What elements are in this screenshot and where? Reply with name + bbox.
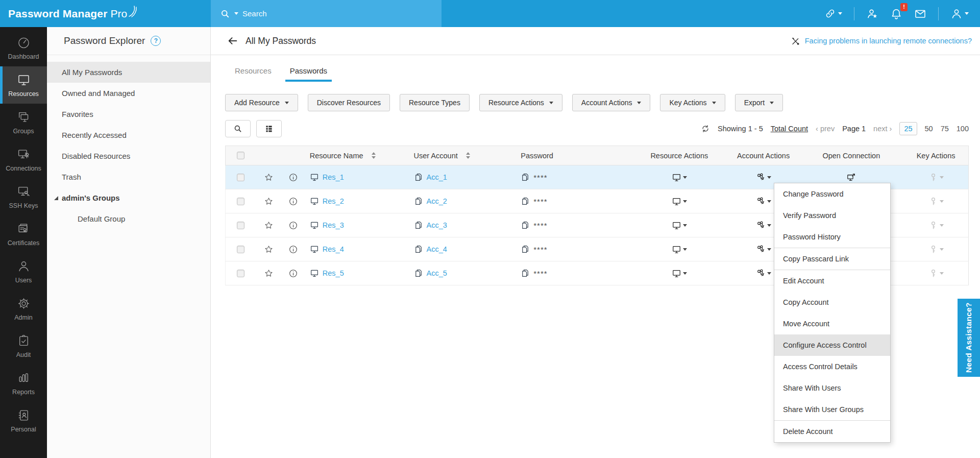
add-resource-button[interactable]: Add Resource: [225, 94, 298, 111]
info-icon[interactable]: [288, 221, 298, 230]
favorite-star-icon[interactable]: [264, 245, 274, 254]
row-checkbox[interactable]: [237, 198, 244, 205]
sidebar-item-resources[interactable]: Resources: [0, 66, 47, 104]
menu-item-edit-account[interactable]: Edit Account: [774, 270, 890, 292]
menu-item-access-control-details[interactable]: Access Control Details: [774, 356, 890, 377]
sidebar-item-certificates[interactable]: Certificates: [0, 215, 47, 253]
search-input[interactable]: [242, 9, 411, 18]
favorite-star-icon[interactable]: [264, 197, 274, 206]
need-assistance-tab[interactable]: Need Assistance?: [958, 299, 980, 377]
copy-icon[interactable]: [521, 197, 530, 206]
search-scope-caret-icon[interactable]: [234, 12, 238, 15]
resource-actions-dropdown[interactable]: [672, 197, 687, 206]
copy-icon[interactable]: [414, 245, 423, 254]
remote-connection-help-link[interactable]: Facing problems in launching remote conn…: [791, 36, 972, 46]
key-actions-dropdown[interactable]: [928, 221, 944, 230]
resource-actions-dropdown[interactable]: [672, 245, 687, 254]
explorer-item-all-my-passwords[interactable]: All My Passwords: [47, 62, 210, 83]
resource-actions-dropdown[interactable]: [672, 269, 687, 278]
profile-icon[interactable]: [950, 8, 969, 20]
copy-icon[interactable]: [521, 245, 530, 254]
total-count-link[interactable]: Total Count: [771, 125, 808, 133]
key-actions-button[interactable]: Key Actions: [660, 94, 725, 111]
sidebar-item-dashboard[interactable]: Dashboard: [0, 29, 47, 66]
select-all-checkbox[interactable]: [237, 152, 244, 159]
connection-link-icon[interactable]: [824, 8, 842, 19]
favorite-star-icon[interactable]: [264, 269, 274, 278]
menu-item-share-with-user-groups[interactable]: Share With User Groups: [774, 399, 890, 420]
list-view-button[interactable]: [256, 120, 282, 137]
table-search-button[interactable]: [225, 120, 251, 137]
page-size-25[interactable]: 25: [899, 122, 917, 135]
explorer-item-recently-accessed[interactable]: Recently Accessed: [47, 125, 210, 146]
info-icon[interactable]: [288, 173, 298, 182]
copy-icon[interactable]: [414, 173, 423, 182]
account-link[interactable]: Acc_1: [427, 173, 447, 181]
menu-item-share-with-users[interactable]: Share With Users: [774, 377, 890, 399]
key-actions-dropdown[interactable]: [928, 245, 944, 254]
menu-item-password-history[interactable]: Password History: [774, 226, 890, 248]
tab-passwords[interactable]: Passwords: [290, 66, 327, 82]
column-header-resource-name[interactable]: Resource Name: [305, 146, 407, 165]
account-link[interactable]: Acc_5: [427, 269, 447, 277]
menu-item-move-account[interactable]: Move Account: [774, 313, 890, 334]
account-actions-button[interactable]: Account Actions: [572, 94, 651, 111]
page-size-50[interactable]: 50: [925, 125, 933, 133]
next-page-button[interactable]: next ›: [873, 125, 892, 133]
account-actions-dropdown[interactable]: [756, 173, 771, 182]
sidebar-item-ssh-keys[interactable]: SSH Keys: [0, 178, 47, 215]
sidebar-item-users[interactable]: Users: [0, 253, 47, 290]
resource-link[interactable]: Res_1: [323, 173, 344, 181]
row-checkbox[interactable]: [237, 246, 244, 253]
copy-icon[interactable]: [414, 221, 423, 230]
open-connection-icon[interactable]: [846, 173, 856, 182]
resource-types-button[interactable]: Resource Types: [400, 94, 470, 111]
row-checkbox[interactable]: [237, 222, 244, 229]
explorer-item-favorites[interactable]: Favorites: [47, 104, 210, 125]
copy-icon[interactable]: [414, 197, 423, 206]
sidebar-item-reports[interactable]: Reports: [0, 365, 47, 402]
sidebar-item-personal[interactable]: Personal: [0, 402, 47, 439]
refresh-icon[interactable]: [701, 124, 710, 133]
account-actions-dropdown[interactable]: [756, 245, 771, 254]
key-actions-dropdown[interactable]: [928, 173, 944, 182]
copy-icon[interactable]: [414, 269, 423, 278]
info-icon[interactable]: [288, 245, 298, 254]
copy-icon[interactable]: [521, 221, 530, 230]
info-icon[interactable]: [288, 269, 298, 278]
account-link[interactable]: Acc_4: [427, 245, 447, 253]
user-star-icon[interactable]: [866, 8, 878, 20]
mail-icon[interactable]: [914, 8, 926, 20]
explorer-item-trash[interactable]: Trash: [47, 166, 210, 187]
menu-item-change-password[interactable]: Change Password: [774, 183, 890, 205]
resource-link[interactable]: Res_4: [323, 245, 344, 253]
help-icon[interactable]: ?: [151, 36, 161, 46]
info-icon[interactable]: [288, 197, 298, 206]
resource-actions-button[interactable]: Resource Actions: [479, 94, 562, 111]
copy-icon[interactable]: [521, 173, 530, 182]
resource-actions-dropdown[interactable]: [672, 221, 687, 230]
export-button[interactable]: Export: [735, 94, 783, 111]
key-actions-dropdown[interactable]: [928, 197, 944, 206]
account-link[interactable]: Acc_3: [427, 221, 447, 229]
key-actions-dropdown[interactable]: [928, 269, 944, 278]
sidebar-item-admin[interactable]: Admin: [0, 290, 47, 327]
page-size-100[interactable]: 100: [957, 125, 969, 133]
sidebar-item-groups[interactable]: Groups: [0, 104, 47, 141]
resource-actions-dropdown[interactable]: [672, 173, 687, 182]
column-header-user-account[interactable]: User Account: [407, 146, 511, 165]
page-size-75[interactable]: 75: [941, 125, 949, 133]
menu-item-copy-account[interactable]: Copy Account: [774, 292, 890, 313]
explorer-group-admins-groups[interactable]: admin's Groups: [47, 187, 210, 208]
favorite-star-icon[interactable]: [264, 173, 274, 182]
sidebar-item-connections[interactable]: Connections: [0, 141, 47, 178]
row-checkbox[interactable]: [237, 270, 244, 277]
sidebar-item-audit[interactable]: Audit: [0, 327, 47, 365]
menu-item-delete-account[interactable]: Delete Account: [774, 421, 890, 442]
explorer-item-default-group[interactable]: Default Group: [47, 208, 210, 229]
row-checkbox[interactable]: [237, 174, 244, 181]
back-arrow-icon[interactable]: [227, 35, 238, 46]
explorer-item-owned-and-managed[interactable]: Owned and Managed: [47, 83, 210, 104]
favorite-star-icon[interactable]: [264, 221, 274, 230]
tab-resources[interactable]: Resources: [235, 66, 272, 82]
